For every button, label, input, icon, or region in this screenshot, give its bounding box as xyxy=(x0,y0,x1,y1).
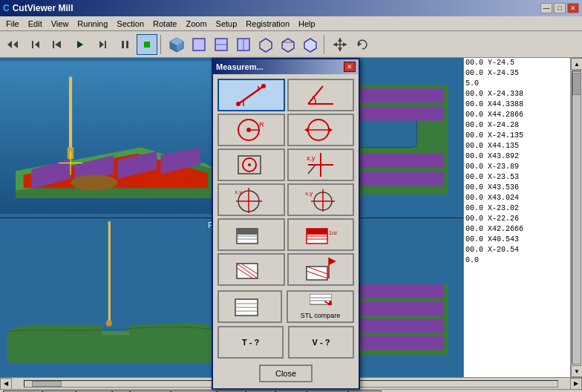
title-left: C CutViewer Mill xyxy=(3,3,73,13)
svg-marker-31 xyxy=(358,42,362,47)
flag-meas-icon xyxy=(302,255,339,284)
hatch3-meas-icon xyxy=(232,255,269,284)
close-row: Close xyxy=(213,362,359,388)
hatch1-button[interactable] xyxy=(218,218,285,251)
viewport-front[interactable]: Front xyxy=(0,218,232,378)
menu-section[interactable]: Section xyxy=(112,18,148,30)
menu-help[interactable]: Help xyxy=(294,18,320,30)
angle-measure-button[interactable] xyxy=(287,79,355,111)
rewind-icon xyxy=(51,39,65,50)
prev-button[interactable] xyxy=(25,34,46,55)
measurement-close-button[interactable]: Close xyxy=(259,365,313,382)
svg-point-68 xyxy=(236,102,241,106)
circle-d-measure-button[interactable] xyxy=(287,114,355,146)
xy-cross-button[interactable]: x,y xyxy=(287,148,355,181)
next-button[interactable] xyxy=(92,34,113,55)
menu-running[interactable]: Running xyxy=(73,18,112,30)
menu-rotate[interactable]: Rotate xyxy=(148,18,181,30)
move-button[interactable] xyxy=(330,34,350,55)
xy-circle-button[interactable]: x,y xyxy=(218,183,285,216)
viewport-iso[interactable]: ISO xyxy=(0,58,232,218)
side-view-button[interactable] xyxy=(233,34,254,55)
stl-compare-label: STL compare xyxy=(301,312,341,319)
svg-marker-7 xyxy=(77,41,83,48)
rotate-button[interactable] xyxy=(352,34,373,55)
menu-file[interactable]: File xyxy=(1,18,24,30)
minimize-button[interactable]: — xyxy=(540,3,552,13)
pause-button[interactable] xyxy=(114,34,135,55)
xy-circle-meas-icon: x,y xyxy=(232,185,269,215)
xy-circle2-meas-icon: x,y xyxy=(302,185,339,215)
rewind-button[interactable] xyxy=(48,34,68,55)
svg-rect-16 xyxy=(193,39,205,50)
scroll-down-button[interactable]: ▼ xyxy=(571,365,582,377)
front-view-button[interactable] xyxy=(211,34,232,55)
stl-compare-row: STL compare xyxy=(213,290,359,326)
toolbar xyxy=(0,31,582,58)
angle-meas-icon xyxy=(302,80,339,110)
svg-marker-24 xyxy=(304,39,316,52)
hatch3-button[interactable] xyxy=(218,253,285,286)
svg-marker-6 xyxy=(55,41,61,48)
result-line-19: 0.0 xyxy=(464,255,570,266)
stop-button[interactable] xyxy=(137,34,157,55)
scroll-up-button[interactable]: ▲ xyxy=(571,58,582,70)
svg-rect-3 xyxy=(32,41,33,48)
3d-view-button[interactable] xyxy=(166,34,187,55)
main-area: ISO xyxy=(0,58,582,377)
dialog-titlebar: Measurem... ✕ xyxy=(213,59,359,74)
top-icon xyxy=(191,36,207,53)
svg-marker-0 xyxy=(7,41,12,48)
menu-view[interactable]: View xyxy=(47,18,73,30)
next-icon xyxy=(96,39,109,50)
hatch2-button[interactable]: 1oz xyxy=(287,218,355,251)
toolbar-separator-2 xyxy=(324,35,327,54)
svg-marker-8 xyxy=(99,41,104,48)
circle-r-meas-icon: R xyxy=(232,115,269,145)
svg-rect-106 xyxy=(307,229,327,235)
rect-meas-icon xyxy=(232,150,269,180)
svg-marker-116 xyxy=(329,258,336,265)
scroll-left-button[interactable]: ◀ xyxy=(0,378,12,390)
close-button[interactable]: ✕ xyxy=(567,3,579,13)
svg-marker-27 xyxy=(338,38,342,42)
line-measure-button[interactable] xyxy=(218,79,285,111)
stl-compare-button[interactable]: STL compare xyxy=(287,290,354,323)
top-view-button[interactable] xyxy=(189,34,209,55)
rect-circle-button[interactable] xyxy=(218,148,285,181)
svg-point-69 xyxy=(261,84,266,88)
results-panel[interactable]: ▲ ▼ 00.0 Y-24.5 00.0 X-24.35 5.0 00.0 X-… xyxy=(463,58,582,377)
svg-marker-4 xyxy=(35,41,39,48)
hatch4-button[interactable] xyxy=(218,290,282,323)
menu-zoom[interactable]: Zoom xyxy=(181,18,211,30)
result-line-2: 5.0 xyxy=(464,79,570,89)
play-icon xyxy=(75,39,85,50)
result-line-1: 00.0 X-24.35 xyxy=(464,68,570,79)
iso1-button[interactable] xyxy=(255,34,276,55)
result-line-8: 00.0 X44.135 xyxy=(464,141,570,151)
line-meas-icon xyxy=(232,80,269,110)
circle-r-measure-button[interactable]: R xyxy=(218,114,285,146)
back-button[interactable] xyxy=(3,34,24,55)
dialog-close-button[interactable]: ✕ xyxy=(344,62,356,72)
result-line-3: 00.0 X-24.338 xyxy=(464,89,570,99)
xy-circle2-button[interactable]: x,y xyxy=(287,183,355,216)
iso1-icon xyxy=(258,36,274,53)
scroll-right-button[interactable]: ▶ xyxy=(570,378,582,390)
play-button[interactable] xyxy=(70,34,91,55)
result-line-15: 00.0 X-22.26 xyxy=(464,214,570,224)
menu-edit[interactable]: Edit xyxy=(24,18,47,30)
flag-button[interactable] xyxy=(287,253,355,286)
menu-setup[interactable]: Setup xyxy=(212,18,242,30)
menu-registration[interactable]: Registration xyxy=(241,18,294,30)
title-controls[interactable]: — □ ✕ xyxy=(540,3,579,13)
maximize-button[interactable]: □ xyxy=(554,3,566,13)
iso3-button[interactable] xyxy=(300,34,321,55)
back-icon xyxy=(7,39,20,50)
scroll-thumb[interactable] xyxy=(32,381,62,387)
measurement-buttons-grid: R xyxy=(213,74,359,290)
result-line-0: 00.0 Y-24.5 xyxy=(464,58,570,68)
svg-line-87 xyxy=(308,165,315,174)
svg-text:x,y: x,y xyxy=(235,189,242,195)
iso2-button[interactable] xyxy=(278,34,298,55)
